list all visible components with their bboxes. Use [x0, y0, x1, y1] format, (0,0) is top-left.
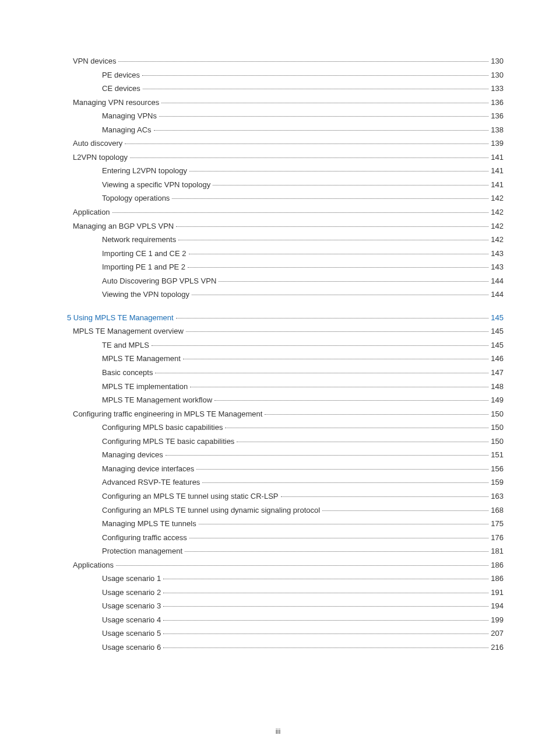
toc-leader-dots [172, 198, 488, 199]
toc-entry: Entering L2VPN topology141 [67, 166, 504, 176]
toc-entry[interactable]: 5 Using MPLS TE Management145 [67, 313, 504, 323]
toc-leader-dots [186, 331, 489, 332]
toc-entry-label: Auto Discovering BGP VPLS VPN [102, 276, 217, 286]
toc-entry: Managing an BGP VPLS VPN142 [67, 221, 504, 232]
toc-entry-label: Managing VPN resources [73, 97, 160, 108]
toc-entry-page: 133 [490, 83, 504, 94]
toc-entry-label: Managing MPLS TE tunnels [102, 519, 198, 529]
toc-entry-page: 142 [490, 221, 504, 232]
toc-entry-page: 149 [490, 395, 504, 405]
toc-entry: Usage scenario 4199 [67, 615, 504, 625]
toc-entry-label: MPLS TE Management [102, 354, 182, 364]
toc-leader-dots [118, 61, 488, 62]
toc-entry-page: 136 [490, 97, 504, 108]
toc-entry-page: 141 [490, 180, 504, 190]
toc-entry-label: Topology operations [102, 193, 171, 204]
toc-entry-label: Managing an BGP VPLS VPN [73, 221, 175, 232]
toc-leader-dots [161, 103, 488, 103]
toc-entry-label: Application [73, 207, 111, 218]
toc-leader-dots [166, 455, 489, 456]
section-gap [67, 303, 504, 309]
toc-entry-label: Configuring traffic access [102, 533, 188, 543]
toc-leader-dots [163, 648, 488, 648]
toc-entry-page: 130 [490, 70, 504, 80]
toc-entry-page: 144 [490, 276, 504, 286]
toc-entry-label: Applications [73, 560, 115, 570]
toc-entry-page: 147 [490, 368, 504, 378]
toc-entry-page: 141 [490, 152, 504, 163]
toc-entry: MPLS TE Management146 [67, 354, 504, 364]
toc-leader-dots [202, 482, 488, 483]
toc-entry-page: 148 [490, 382, 504, 392]
toc-entry-page: 176 [490, 533, 504, 543]
toc-entry-label: Managing VPNs [102, 111, 158, 121]
toc-entry-page: 199 [490, 615, 504, 625]
toc-entry: MPLS TE Management overview145 [67, 326, 504, 337]
toc-entry: Configuring traffic access176 [67, 533, 504, 543]
toc-leader-dots [189, 538, 489, 538]
toc-entry-page: 150 [490, 409, 504, 419]
toc-entry-label: Configuring an MPLS TE tunnel using stat… [102, 491, 280, 502]
toc-entry: Protection management181 [67, 546, 504, 556]
toc-entry-label: PE devices [102, 70, 141, 80]
toc-leader-dots [152, 345, 488, 346]
toc-leader-dots [143, 89, 489, 89]
toc-entry: Usage scenario 2191 [67, 587, 504, 598]
toc-entry-page: 186 [490, 573, 504, 584]
toc-entry-label: Configuring traffic engineering in MPLS … [73, 409, 263, 419]
toc-entry-page: 142 [490, 193, 504, 204]
toc-entry-page: 194 [490, 601, 504, 611]
toc-entry: Configuring an MPLS TE tunnel using dyna… [67, 505, 504, 516]
toc-leader-dots [281, 496, 489, 497]
toc-entry: Network requirements142 [67, 235, 504, 245]
toc-entry-label: MPLS TE Management overview [73, 326, 185, 337]
toc-entry-label: Viewing a specific VPN topology [102, 180, 212, 190]
toc-entry: VPN devices130 [67, 56, 504, 66]
table-of-contents: VPN devices130PE devices130CE devices133… [67, 56, 504, 653]
toc-entry: Viewing a specific VPN topology141 [67, 180, 504, 190]
toc-entry: MPLS TE implementation148 [67, 382, 504, 392]
toc-leader-dots [265, 414, 488, 415]
toc-entry-label: CE devices [102, 83, 142, 94]
toc-entry: Configuring MPLS basic capabilities150 [67, 422, 504, 433]
toc-entry-label: Advanced RSVP-TE features [102, 477, 201, 488]
toc-entry: Advanced RSVP-TE features159 [67, 477, 504, 488]
toc-entry-label: Auto discovery [73, 138, 124, 149]
toc-entry-page: 207 [490, 628, 504, 639]
toc-entry: CE devices133 [67, 83, 504, 94]
toc-leader-dots [130, 158, 488, 158]
toc-entry-page: 145 [490, 326, 504, 337]
toc-entry: Usage scenario 6216 [67, 642, 504, 653]
toc-entry-label: Usage scenario 1 [102, 573, 162, 584]
toc-leader-dots [189, 254, 489, 254]
toc-entry-page: 151 [490, 450, 504, 460]
toc-leader-dots [155, 373, 488, 373]
toc-entry-page: 142 [490, 235, 504, 245]
toc-entry-label: Entering L2VPN topology [102, 166, 188, 176]
toc-entry-label: Basic concepts [102, 368, 154, 378]
toc-entry-label: Network requirements [102, 235, 177, 245]
toc-leader-dots [190, 387, 488, 387]
toc-leader-dots [196, 469, 488, 470]
toc-entry: Usage scenario 1186 [67, 573, 504, 584]
toc-entry-label: Importing CE 1 and CE 2 [102, 249, 188, 259]
toc-entry-label: Configuring an MPLS TE tunnel using dyna… [102, 505, 321, 516]
toc-entry-page[interactable]: 145 [490, 313, 504, 323]
toc-entry-label: Importing PE 1 and PE 2 [102, 262, 186, 272]
toc-entry-label[interactable]: 5 Using MPLS TE Management [67, 313, 175, 323]
toc-entry-label: Usage scenario 3 [102, 601, 162, 611]
toc-leader-dots [163, 620, 488, 621]
toc-entry-page: 130 [490, 56, 504, 66]
toc-entry-page: 181 [490, 546, 504, 556]
toc-entry-label: L2VPN topology [73, 152, 129, 163]
toc-entry: Managing VPNs136 [67, 111, 504, 121]
toc-entry-page: 144 [490, 289, 504, 300]
toc-leader-dots [183, 359, 488, 359]
toc-entry: Importing PE 1 and PE 2143 [67, 262, 504, 272]
toc-entry: Application142 [67, 207, 504, 218]
toc-leader-dots [219, 281, 488, 282]
toc-leader-dots [125, 144, 488, 144]
toc-entry-label: Usage scenario 2 [102, 587, 162, 598]
toc-entry: Auto discovery139 [67, 138, 504, 149]
toc-entry-page: 216 [490, 642, 504, 653]
